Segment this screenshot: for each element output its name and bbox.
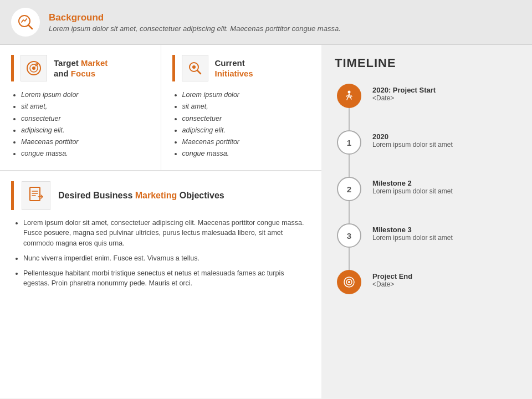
runner-icon: [343, 90, 355, 102]
orange-bar-3: [11, 181, 14, 210]
timeline-node-2: 1: [335, 130, 364, 177]
col1-title-plain: Target: [54, 58, 81, 68]
document-icon: [28, 187, 44, 204]
svg-line-1: [28, 25, 32, 29]
list-item: sit amet,: [182, 101, 311, 112]
list-item: consectetuer: [21, 113, 150, 125]
timeline-item-2: 1 2020 Lorem ipsum dolor sit amet: [335, 130, 519, 177]
timeline-item-3: 2 Milestone 2 Lorem ipsum dolor sit amet: [335, 177, 519, 223]
orange-bar-1: [11, 55, 14, 81]
svg-line-6: [197, 70, 201, 74]
list-item: sit amet,: [21, 101, 150, 112]
timeline-title: TIMELINE: [335, 56, 519, 70]
timeline-desc-2: Lorem ipsum dolor sit amet: [372, 141, 453, 149]
bottom-header: Desired Business Marketing Objectives: [11, 181, 310, 210]
search-icon: [187, 60, 203, 76]
svg-rect-8: [30, 187, 40, 201]
timeline-node-5: [335, 270, 364, 294]
timeline-content-2: 2020 Lorem ipsum dolor sit amet: [364, 130, 453, 164]
timeline-desc-4: Lorem ipsum dolor sit amet: [372, 234, 453, 242]
header-subtitle: Lorem ipsum dolor sit amet, consectetuer…: [49, 24, 341, 33]
timeline-node-4: 3: [335, 223, 364, 270]
col1-title: Target Market and Focus: [54, 58, 108, 79]
svg-point-9: [348, 91, 351, 94]
timeline-line-4: [349, 248, 350, 270]
timeline-circle-1: [337, 84, 361, 108]
bottom-section-title: Desired Business Marketing Objectives: [58, 191, 224, 201]
col1-icon-box: [21, 55, 47, 81]
goal-icon: [343, 276, 355, 288]
timeline-item-5: Project End <Date>: [335, 270, 519, 304]
timeline-item-4: 3 Milestone 3 Lorem ipsum dolor sit amet: [335, 223, 519, 270]
svg-point-4: [32, 66, 35, 70]
col1-title-focus: Focus: [71, 69, 95, 78]
bottom-bullet-list: Lorem ipsum dolor sit amet, consectetuer…: [11, 218, 310, 289]
timeline-node-1: [335, 84, 364, 130]
timeline-circle-2: 1: [337, 130, 361, 155]
bottom-title-orange: Marketing: [135, 191, 177, 200]
timeline-year-4: Milestone 3: [372, 226, 453, 234]
timeline-content-1: 2020: Project Start <Date>: [364, 84, 436, 117]
bottom-section: Desired Business Marketing Objectives Lo…: [0, 171, 321, 399]
timeline-desc-1: <Date>: [372, 94, 436, 102]
timeline-item-1: 2020: Project Start <Date>: [335, 84, 519, 130]
col1-bullet-list: Lorem ipsum dolor sit amet, consectetuer…: [11, 89, 150, 160]
list-item: congue massa.: [21, 148, 150, 160]
timeline-content-3: Milestone 2 Lorem ipsum dolor sit amet: [364, 177, 453, 211]
timeline-desc-5: <Date>: [372, 280, 412, 288]
target-market-col: Target Market and Focus Lorem ipsum dolo…: [0, 45, 161, 170]
bottom-icon-box: [22, 181, 50, 210]
svg-point-7: [192, 65, 196, 69]
col2-bullet-list: Lorem ipsum dolor sit amet, consectetuer…: [172, 89, 311, 160]
list-item: Maecenas porttitor: [182, 136, 311, 148]
timeline-content-4: Milestone 3 Lorem ipsum dolor sit amet: [364, 223, 453, 257]
timeline-node-3: 2: [335, 177, 364, 223]
bottom-title-plain1: Desired Business: [58, 191, 135, 200]
timeline-year-3: Milestone 2: [372, 179, 453, 187]
timeline-line-3: [349, 201, 350, 223]
timeline-desc-3: Lorem ipsum dolor sit amet: [372, 187, 453, 195]
timeline-circle-4: 3: [337, 223, 361, 248]
header-text: Background Lorem ipsum dolor sit amet, c…: [49, 12, 341, 33]
timeline-line-1: [349, 108, 350, 130]
col1-title-and: and: [54, 69, 71, 78]
list-item: Maecenas porttitor: [21, 136, 150, 148]
top-columns: Target Market and Focus Lorem ipsum dolo…: [0, 45, 321, 171]
list-item: consectetuer: [182, 113, 311, 125]
header-title: Background: [49, 12, 341, 23]
svg-point-12: [348, 281, 350, 283]
list-item: Pellentesque habitant morbi tristique se…: [23, 268, 310, 289]
timeline-year-2: 2020: [372, 132, 453, 141]
list-item: adipiscing elit.: [21, 125, 150, 136]
list-item: Lorem ipsum dolor: [21, 89, 150, 101]
col2-title-plain: Current: [215, 58, 245, 68]
col1-header: Target Market and Focus: [11, 55, 150, 81]
col2-title-orange: Initiatives: [215, 69, 253, 78]
timeline-content-5: Project End <Date>: [364, 270, 412, 304]
header-icon-wrap: [11, 8, 40, 37]
bottom-title-plain2: Objectives: [177, 191, 224, 200]
timeline: 2020: Project Start <Date> 1 2020 Lorem …: [335, 84, 519, 387]
timeline-year-1: 2020: Project Start: [372, 86, 436, 94]
timeline-line-2: [349, 155, 350, 177]
col2-title: Current Initiatives: [215, 58, 253, 79]
timeline-circle-3: 2: [337, 177, 361, 201]
list-item: Lorem ipsum dolor sit amet, consectetuer…: [23, 218, 310, 249]
timeline-circle-5: [337, 270, 361, 294]
col2-header: Current Initiatives: [172, 55, 311, 81]
main-content: Target Market and Focus Lorem ipsum dolo…: [0, 45, 532, 398]
timeline-panel: TIMELINE 2020: Project: [321, 45, 532, 398]
search-chart-icon: [17, 14, 34, 30]
col2-icon-box: [182, 55, 208, 81]
list-item: congue massa.: [182, 148, 311, 160]
list-item: Lorem ipsum dolor: [182, 89, 311, 101]
left-panel: Target Market and Focus Lorem ipsum dolo…: [0, 45, 321, 398]
list-item: adipiscing elit.: [182, 125, 311, 136]
timeline-year-5: Project End: [372, 272, 412, 280]
target-icon: [26, 60, 42, 76]
col1-title-orange: Market: [81, 58, 108, 68]
orange-bar-2: [172, 55, 175, 81]
header: Background Lorem ipsum dolor sit amet, c…: [0, 0, 532, 45]
list-item: Nunc viverra imperdiet enim. Fusce est. …: [23, 253, 310, 264]
current-initiatives-col: Current Initiatives Lorem ipsum dolor si…: [161, 45, 322, 170]
